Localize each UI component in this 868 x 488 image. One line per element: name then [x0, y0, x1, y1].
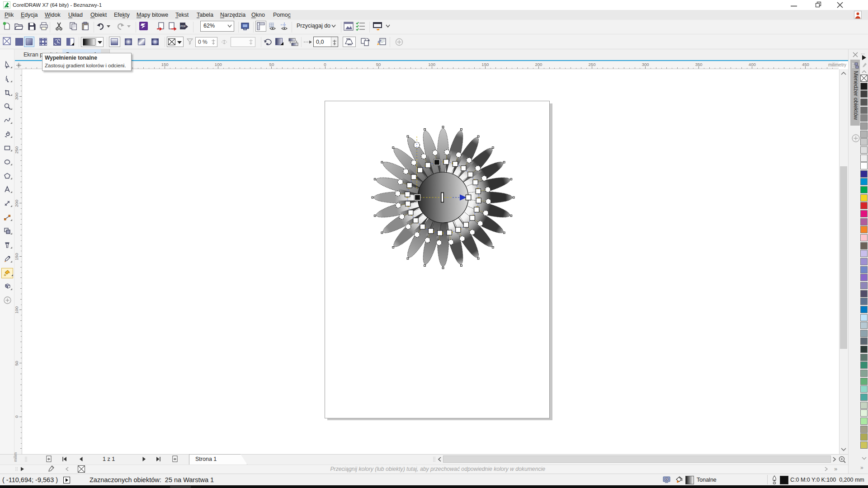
svg-text:PDF: PDF — [180, 25, 186, 28]
